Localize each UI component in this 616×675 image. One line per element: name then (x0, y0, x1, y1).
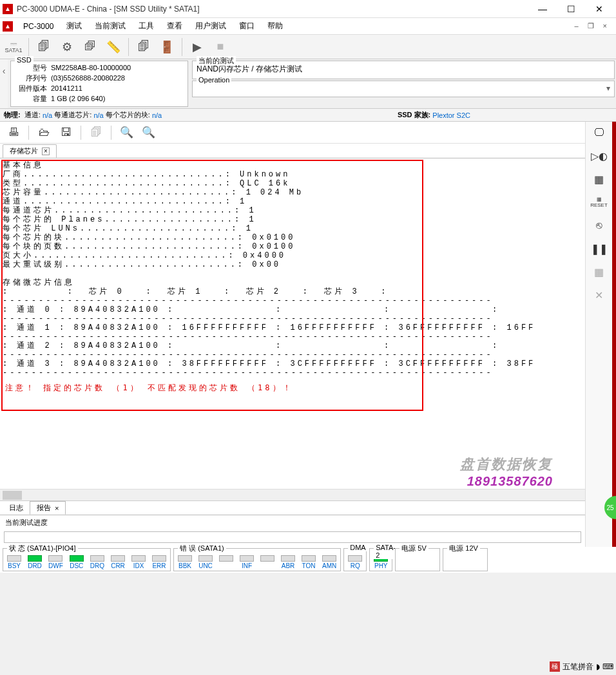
menubar: ▲ PC-3000 测试 当前测试 工具 查看 用户测试 窗口 帮助 – ❐ × (0, 18, 616, 35)
close-button[interactable]: ✕ (585, 1, 613, 17)
led-inf: INF (240, 555, 254, 569)
menu-current-test[interactable]: 当前测试 (88, 19, 132, 33)
sata-port-button[interactable]: ⎓⎓SATA1 (3, 36, 24, 58)
find-next-button[interactable]: 🔍 (139, 124, 158, 142)
ssd-fieldset: SSD 型号SM2258AB-80-10000000 序列号(03)552688… (10, 61, 188, 107)
ssd-serial: (03)5526888-20080228 (51, 73, 125, 83)
menu-window[interactable]: 窗口 (233, 19, 261, 33)
tab-report[interactable]: 报告 × (30, 501, 66, 515)
operation-dropdown[interactable]: ▾ (197, 82, 610, 94)
progress-bar (4, 531, 581, 543)
rtool-circuit-icon[interactable]: ⎋ (590, 217, 609, 234)
rtool-pause[interactable]: ❚❚ (590, 240, 609, 257)
window-title: PC-3000 UDMA-E - China - [SM SSD Utility… (17, 5, 528, 14)
current-test-dropdown[interactable]: NAND闪存芯片 / 存储芯片测试 (197, 62, 610, 76)
status-row: 状 态 (SATA1)-[PIO4] BSYDRDDWFDSCDRQCRRIDX… (0, 547, 616, 573)
lower-tabs: 日志 报告 × (0, 500, 585, 515)
menu-tools[interactable]: 工具 (132, 19, 160, 33)
ssd-model: SM2258AB-80-10000000 (51, 62, 131, 73)
horizontal-scrollbar[interactable] (0, 489, 585, 500)
ssd-firmware: 20141211 (51, 83, 82, 93)
tab-close-icon[interactable]: × (55, 504, 59, 512)
menu-user-test[interactable]: 用户测试 (189, 19, 233, 33)
led-unc: UNC (198, 555, 213, 569)
ime-moon-icon[interactable]: ◗ (596, 662, 600, 671)
main-toolbar: ⎓⎓SATA1 🗐 ⚙ 🗊 📏 🗐 🚪 ▶ ■ (0, 35, 616, 59)
open-button[interactable]: 🗁 (34, 124, 53, 142)
save-button[interactable]: 🖫 (56, 124, 75, 142)
menu-app[interactable]: PC-3000 (17, 20, 60, 33)
led-dsc: DSC (70, 555, 84, 569)
mdi-close[interactable]: × (599, 21, 611, 32)
led-abr: ABR (281, 555, 295, 569)
led-drq: DRQ (90, 555, 104, 569)
progress-label: 当前测试进度 (0, 515, 585, 530)
physical-bar: 物理: 通道: n/a 每通道芯片: n/a 每个芯片的块: n/a SSD 家… (0, 109, 616, 122)
right-accent-bar (612, 122, 616, 547)
copy-button[interactable]: 🗐 (86, 124, 106, 142)
rtool-chip-icon[interactable]: ▦ (590, 171, 609, 187)
status-error: 错 误 (SATA1) BBKUNCINFABRTONAMN (173, 548, 341, 571)
chip-info-text: 基本信息 厂商............................: Unk… (0, 158, 585, 380)
status-12v: 电源 12V (443, 548, 488, 571)
toolbar-btn-5[interactable]: 🗐 (133, 36, 155, 58)
info-row: ‹ SSD 型号SM2258AB-80-10000000 序列号(03)5526… (0, 59, 616, 109)
menu-test[interactable]: 测试 (60, 19, 88, 33)
tab-storage-chip[interactable]: 存储芯片 × (3, 144, 57, 158)
led-ton: TON (302, 555, 316, 569)
toolbar-btn-1[interactable]: 🗐 (33, 36, 55, 58)
led-drd: DRD (28, 555, 42, 569)
maximize-button[interactable]: ☐ (557, 1, 585, 17)
menu-help[interactable]: 帮助 (261, 19, 289, 33)
tab-log[interactable]: 日志 (3, 502, 30, 514)
tab-close-icon[interactable]: × (42, 147, 50, 155)
rtool-chip2-icon[interactable]: ▦ (590, 263, 609, 280)
toolbar-play-button[interactable]: ▶ (186, 36, 208, 58)
toolbar-btn-3[interactable]: 🗊 (79, 36, 101, 58)
led-crr: CRR (111, 555, 125, 569)
sub-toolbar: 🖶 🗁 🖫 🗐 🔍 🔍 (0, 122, 585, 144)
toolbar-btn-4[interactable]: 📏 (102, 36, 124, 58)
status-5v: 电源 5V (395, 548, 440, 571)
led-rq: RQ (348, 555, 362, 569)
taskbar-ime: 極 五笔拼音 ◗ ⌨ (547, 658, 616, 675)
led-idx: IDX (131, 555, 146, 569)
toolbar-btn-6[interactable]: 🚪 (156, 36, 178, 58)
menu-app-icon: ▲ (3, 21, 13, 32)
content-pane: 基本信息 厂商............................: Unk… (0, 158, 585, 489)
toolbar-stop-button[interactable]: ■ (209, 36, 231, 58)
rtool-1[interactable]: 🖵 (590, 124, 609, 141)
led-err: ERR (152, 555, 166, 569)
rtool-reset[interactable]: ▦RESET (590, 194, 609, 211)
led-bsy: BSY (7, 555, 21, 569)
ssd-family: Plextor S2C (432, 111, 470, 119)
ime-keyboard-icon[interactable]: ⌨ (602, 662, 613, 671)
led-amn: AMN (322, 555, 336, 569)
status-dma: DMA RQ (343, 548, 367, 571)
status-sata2: SATA-2 PHY (369, 548, 392, 571)
titlebar: ▲ PC-3000 UDMA-E - China - [SM SSD Utili… (0, 0, 616, 18)
ssd-capacity: 1 GB (2 096 640) (51, 93, 105, 104)
toolbar-btn-2[interactable]: ⚙ (56, 36, 78, 58)
rtool-2[interactable]: ▷◐ (590, 147, 609, 164)
rtool-wrench-icon[interactable]: ✕ (590, 287, 609, 303)
mdi-restore[interactable]: ❐ (584, 21, 598, 32)
find-button[interactable]: 🔍 (117, 124, 136, 142)
operation-box: Operation ▾ (192, 81, 615, 97)
ime-icon[interactable]: 極 (550, 661, 560, 672)
current-test-box: 当前的测试 NAND闪存芯片 / 存储芯片测试 (192, 61, 615, 79)
led-bbk: BBK (178, 555, 192, 569)
led-blank (260, 555, 274, 569)
ime-label[interactable]: 五笔拼音 (563, 661, 593, 672)
mdi-minimize[interactable]: – (570, 21, 582, 32)
watermark: 盘首数据恢复 18913587620 (460, 455, 553, 489)
print-button[interactable]: 🖶 (4, 124, 23, 142)
app-icon: ▲ (3, 4, 13, 14)
left-gutter[interactable]: ‹ (0, 59, 8, 108)
tab-strip: 存储芯片 × (0, 144, 585, 158)
minimize-button[interactable]: — (528, 1, 557, 17)
led-blank (219, 555, 233, 569)
right-toolbar: 🖵 ▷◐ ▦ ▦RESET ⎋ ❚❚ ▦ ✕ (585, 122, 612, 547)
chevron-down-icon: ▾ (606, 84, 610, 93)
menu-view[interactable]: 查看 (160, 19, 189, 33)
